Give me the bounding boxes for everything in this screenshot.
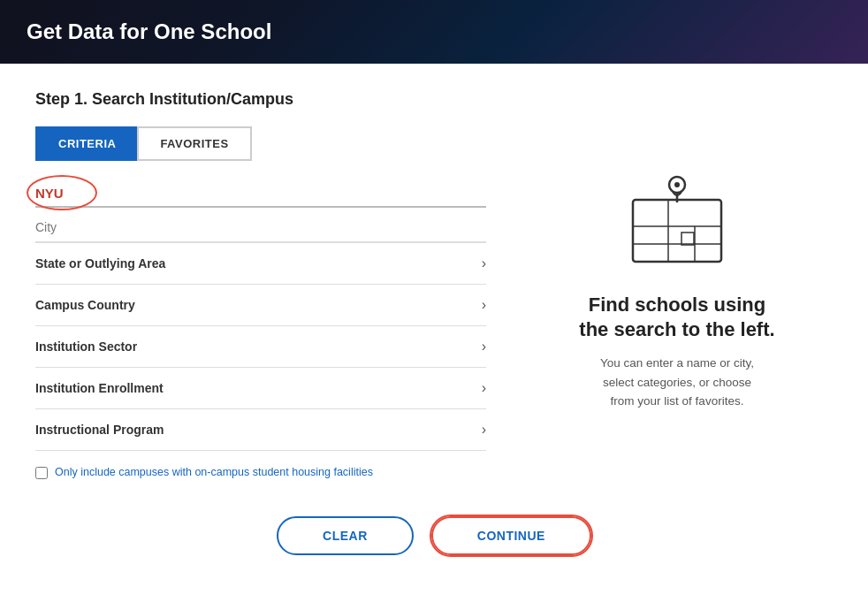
map-illustration <box>615 169 739 275</box>
housing-checkbox-row: Only include campuses with on-campus stu… <box>35 465 486 481</box>
tab-favorites[interactable]: FAVORITES <box>137 126 251 161</box>
filter-row-campus-country[interactable]: Campus Country › <box>35 285 486 326</box>
filter-label-institution-sector: Institution Sector <box>35 339 137 354</box>
right-sub-text: You can enter a name or city, select cat… <box>600 354 754 411</box>
chevron-icon-instructional-program: › <box>482 422 486 438</box>
filter-label-campus-country: Campus Country <box>35 298 135 312</box>
chevron-icon-state: › <box>482 255 486 271</box>
housing-checkbox-label: Only include campuses with on-campus stu… <box>55 465 373 481</box>
housing-checkbox[interactable] <box>35 467 48 479</box>
filter-row-state[interactable]: State or Outlying Area › <box>35 242 486 285</box>
tab-group: CRITERIA FAVORITES <box>35 126 486 161</box>
school-name-input[interactable] <box>35 180 486 208</box>
tab-criteria[interactable]: CRITERIA <box>35 126 137 161</box>
chevron-icon-campus-country: › <box>482 297 486 313</box>
step-title: Step 1. Search Institution/Campus <box>35 90 486 109</box>
page-title: Get Data for One School <box>27 19 271 44</box>
svg-rect-0 <box>633 200 721 262</box>
filter-row-instructional-program[interactable]: Instructional Program › <box>35 409 486 451</box>
filter-row-institution-sector[interactable]: Institution Sector › <box>35 326 486 368</box>
footer-buttons: CLEAR CONTINUE <box>0 499 868 582</box>
school-search-wrapper <box>35 180 486 208</box>
header-banner: Get Data for One School <box>0 0 868 64</box>
chevron-icon-institution-sector: › <box>482 339 486 355</box>
right-main-text: Find schools usingthe search to the left… <box>579 293 774 343</box>
svg-point-7 <box>674 182 680 187</box>
chevron-icon-institution-enrollment: › <box>482 380 486 396</box>
city-input[interactable] <box>35 213 486 242</box>
filter-list: State or Outlying Area › Campus Country … <box>35 242 486 451</box>
filter-label-instructional-program: Instructional Program <box>35 423 164 437</box>
clear-button[interactable]: CLEAR <box>277 516 414 555</box>
filter-label-state: State or Outlying Area <box>35 256 165 271</box>
filter-row-institution-enrollment[interactable]: Institution Enrollment › <box>35 368 486 409</box>
left-panel: Step 1. Search Institution/Campus CRITER… <box>35 90 486 481</box>
right-panel: Find schools usingthe search to the left… <box>522 90 833 481</box>
filter-label-institution-enrollment: Institution Enrollment <box>35 381 164 395</box>
svg-rect-5 <box>681 233 694 245</box>
continue-button[interactable]: CONTINUE <box>431 516 591 555</box>
